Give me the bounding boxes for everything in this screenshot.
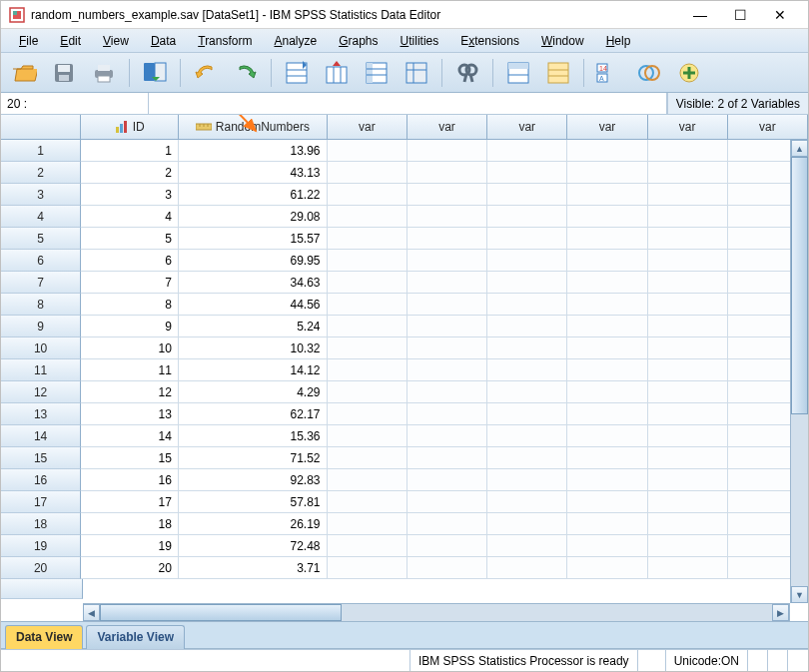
cell-empty[interactable] — [487, 228, 567, 250]
cell-empty[interactable] — [648, 359, 728, 381]
cell-empty[interactable] — [567, 316, 647, 337]
hscroll-thumb[interactable] — [100, 604, 342, 621]
cell-empty[interactable] — [567, 403, 647, 425]
cell-randomnumbers[interactable]: 5.24 — [179, 316, 328, 337]
cell-id[interactable]: 12 — [81, 381, 179, 403]
customize-toolbar-icon[interactable] — [672, 56, 706, 90]
goto-variable-icon[interactable] — [320, 56, 354, 90]
column-header-var-6[interactable]: var — [728, 115, 808, 139]
cell-empty[interactable] — [648, 535, 728, 557]
cell-randomnumbers[interactable]: 26.19 — [179, 513, 328, 535]
cell-id[interactable]: 20 — [81, 557, 179, 579]
row-header[interactable]: 17 — [1, 491, 81, 513]
cell-empty[interactable] — [567, 184, 647, 206]
cell-empty[interactable] — [567, 272, 647, 294]
row-header[interactable]: 9 — [1, 316, 81, 337]
column-header-var-4[interactable]: var — [567, 115, 647, 139]
cell-empty[interactable] — [487, 513, 567, 535]
cell-empty[interactable] — [567, 425, 647, 447]
cell-empty[interactable] — [328, 294, 407, 316]
cell-empty[interactable] — [567, 381, 647, 403]
table-row[interactable]: 4429.08 — [1, 206, 808, 228]
column-header-var-2[interactable]: var — [407, 115, 487, 139]
cell-empty[interactable] — [648, 381, 728, 403]
cell-id[interactable]: 19 — [81, 535, 179, 557]
table-row[interactable]: 995.24 — [1, 316, 808, 337]
save-icon[interactable] — [47, 56, 81, 90]
row-header[interactable]: 13 — [1, 403, 81, 425]
table-row[interactable]: 131362.17 — [1, 403, 808, 425]
cell-id[interactable]: 14 — [81, 425, 179, 447]
row-header[interactable]: 20 — [1, 557, 81, 579]
row-header[interactable]: 16 — [1, 469, 81, 491]
table-row[interactable]: 7734.63 — [1, 272, 808, 294]
menu-help[interactable]: Help — [596, 31, 641, 51]
cell-empty[interactable] — [487, 294, 567, 316]
table-row[interactable]: 191972.48 — [1, 535, 808, 557]
cell-id[interactable]: 3 — [81, 184, 179, 206]
cell-empty[interactable] — [648, 447, 728, 469]
menu-data[interactable]: Data — [141, 31, 186, 51]
cell-empty[interactable] — [328, 469, 407, 491]
cell-randomnumbers[interactable]: 3.71 — [179, 557, 328, 579]
table-row[interactable]: 12124.29 — [1, 381, 808, 403]
run-descriptives-icon[interactable] — [400, 56, 433, 90]
variables-icon[interactable] — [360, 56, 394, 90]
cell-empty[interactable] — [328, 447, 407, 469]
table-row[interactable]: 20203.71 — [1, 557, 808, 579]
cell-empty[interactable] — [487, 184, 567, 206]
redo-icon[interactable] — [229, 56, 263, 90]
menu-analyze[interactable]: Analyze — [264, 31, 327, 51]
cell-id[interactable]: 5 — [81, 228, 179, 250]
cell-empty[interactable] — [407, 162, 487, 184]
column-header-randomnumbers[interactable]: RandomNumbers — [179, 115, 328, 139]
cell-randomnumbers[interactable]: 69.95 — [179, 250, 328, 272]
cell-empty[interactable] — [567, 513, 647, 535]
cell-empty[interactable] — [648, 557, 728, 579]
row-header[interactable]: 12 — [1, 381, 81, 403]
table-row[interactable]: 6669.95 — [1, 250, 808, 272]
cell-empty[interactable] — [487, 316, 567, 337]
cell-empty[interactable] — [328, 513, 407, 535]
cell-empty[interactable] — [567, 447, 647, 469]
row-header[interactable]: 6 — [1, 250, 81, 272]
split-file-icon[interactable] — [501, 56, 535, 90]
cell-empty[interactable] — [328, 250, 407, 272]
cell-randomnumbers[interactable]: 4.29 — [179, 381, 328, 403]
cell-empty[interactable] — [407, 140, 487, 162]
tab-data-view[interactable]: Data View — [5, 625, 83, 649]
cell-empty[interactable] — [328, 228, 407, 250]
cell-empty[interactable] — [328, 491, 407, 513]
tab-variable-view[interactable]: Variable View — [86, 625, 185, 649]
row-header[interactable]: 1 — [1, 140, 81, 162]
cell-empty[interactable] — [328, 403, 407, 425]
cell-empty[interactable] — [407, 359, 487, 381]
cell-empty[interactable] — [567, 206, 647, 228]
table-row[interactable]: 141415.36 — [1, 425, 808, 447]
scroll-left-arrow[interactable]: ◀ — [83, 604, 100, 621]
vscroll-thumb[interactable] — [791, 157, 808, 414]
menu-graphs[interactable]: Graphs — [329, 31, 388, 51]
cell-randomnumbers[interactable]: 34.63 — [179, 272, 328, 294]
menu-window[interactable]: Window — [531, 31, 594, 51]
find-icon[interactable] — [450, 56, 484, 90]
cell-id[interactable]: 6 — [81, 250, 179, 272]
cell-empty[interactable] — [648, 250, 728, 272]
cell-empty[interactable] — [648, 272, 728, 294]
table-row[interactable]: 5515.57 — [1, 228, 808, 250]
grid-body[interactable]: 1113.962243.133361.224429.085515.576669.… — [1, 140, 808, 601]
row-header[interactable]: 19 — [1, 535, 81, 557]
cell-randomnumbers[interactable]: 92.83 — [179, 469, 328, 491]
recall-dialog-icon[interactable] — [138, 56, 172, 90]
cell-empty[interactable] — [328, 184, 407, 206]
cell-id[interactable]: 4 — [81, 206, 179, 228]
print-icon[interactable] — [87, 56, 121, 90]
cell-empty[interactable] — [407, 294, 487, 316]
cell-empty[interactable] — [567, 228, 647, 250]
cell-randomnumbers[interactable]: 43.13 — [179, 162, 328, 184]
row-header-empty[interactable] — [1, 579, 83, 599]
table-row[interactable]: 8844.56 — [1, 294, 808, 316]
cell-empty[interactable] — [328, 140, 407, 162]
cell-empty[interactable] — [328, 272, 407, 294]
table-row[interactable]: 3361.22 — [1, 184, 808, 206]
